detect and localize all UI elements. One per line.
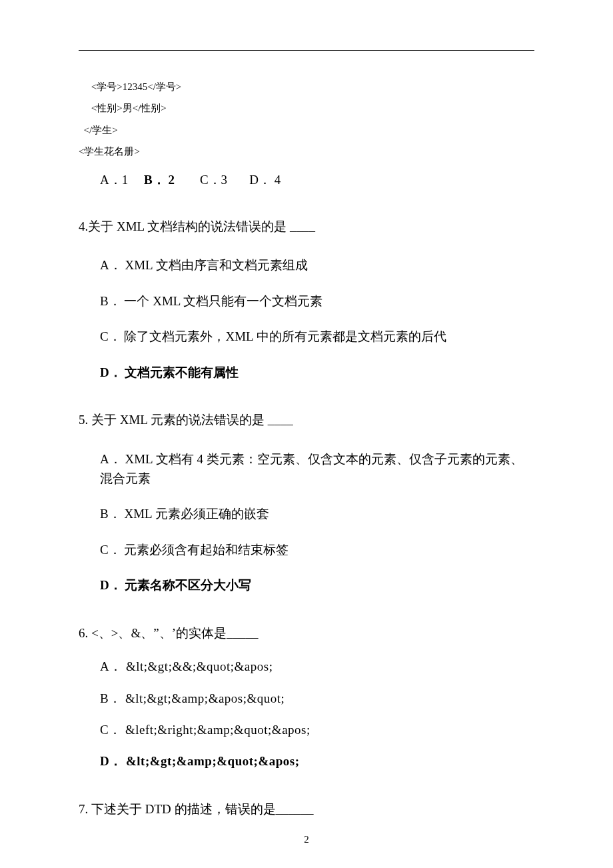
q5-option-c: C． 元素必须含有起始和结束标签	[100, 540, 534, 559]
q6-option-a: A． &lt;&gt;&&;&quot;&apos;	[100, 657, 534, 676]
header-rule	[79, 50, 534, 51]
q6-option-c: C． &left;&right;&amp;&quot;&apos;	[100, 720, 534, 739]
q4-option-a: A． XML 文档由序言和文档元素组成	[100, 255, 534, 275]
xml-code-line: </学生>	[79, 119, 534, 141]
q3-option-b: B． 2	[144, 171, 175, 189]
q7-stem: 7. 下述关于 DTD 的描述，错误的是______	[79, 799, 534, 819]
q4-option-d: D． 文档元素不能有属性	[100, 363, 534, 382]
xml-code-line: <性别>男</性别>	[79, 97, 534, 119]
q3-option-a: A．1	[100, 171, 128, 189]
xml-code-line: <学生花名册>	[79, 141, 534, 162]
xml-code-line: <学号>12345</学号>	[79, 76, 534, 97]
q5-option-d: D． 元素名称不区分大小写	[100, 575, 534, 595]
q6-option-d: D． &lt;&gt;&amp;&quot;&apos;	[100, 751, 534, 771]
document-page: <学号>12345</学号> <性别>男</性别> </学生> <学生花名册> …	[0, 0, 613, 819]
page-number: 2	[0, 834, 613, 845]
q6-option-b: B． &lt;&gt;&amp;&apos;&quot;	[100, 689, 534, 708]
q3-option-c: C．3	[200, 171, 227, 189]
q4-stem: 4.关于 XML 文档结构的说法错误的是 ____	[79, 217, 534, 237]
q4-option-c: C． 除了文档元素外，XML 中的所有元素都是文档元素的后代	[100, 327, 534, 346]
q5-option-b: B． XML 元素必须正确的嵌套	[100, 504, 534, 523]
q5-option-a: A． XML 文档有 4 类元素：空元素、仅含文本的元素、仅含子元素的元素、混合…	[100, 449, 534, 489]
q3-option-d: D． 4	[249, 171, 281, 189]
q6-stem: 6. <、>、&、”、’的实体是_____	[79, 623, 534, 643]
q3-options: A．1 B． 2 C．3 D． 4	[100, 171, 534, 189]
q5-stem: 5. 关于 XML 元素的说法错误的是 ____	[79, 410, 534, 430]
q4-option-b: B． 一个 XML 文档只能有一个文档元素	[100, 291, 534, 311]
